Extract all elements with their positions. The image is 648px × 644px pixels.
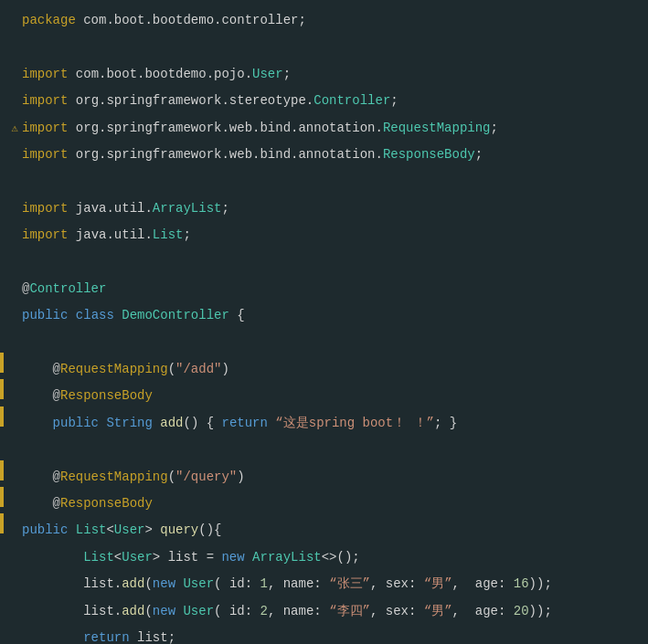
line-content: @ResponseBody <box>22 493 641 513</box>
line-content: @RequestMapping("/add") <box>22 359 641 379</box>
line-bar <box>0 138 4 158</box>
line-content: public List<User> query(){ <box>22 520 641 540</box>
token: RequestMapping <box>60 362 168 376</box>
token <box>114 308 122 322</box>
token: ; <box>221 201 228 216</box>
token <box>22 388 53 403</box>
line-bar <box>0 4 4 24</box>
token: ResponseBody <box>383 147 475 162</box>
line-content: @RequestMapping("/query") <box>22 467 641 487</box>
token <box>22 496 53 511</box>
code-line: @RequestMapping("/query") <box>0 460 648 487</box>
token: new <box>153 604 175 618</box>
token: 2 <box>260 604 268 618</box>
line-content: package com.boot.bootdemo.controller; <box>22 10 641 30</box>
token: @ <box>53 496 60 511</box>
line-content <box>22 333 641 353</box>
code-line: List<User> list = new ArrayList<>(); <box>0 541 648 567</box>
token: < <box>114 550 122 565</box>
line-content: import org.springframework.web.bind.anno… <box>22 144 641 164</box>
code-line: list.add(new User( id: 1, name: “张三”, se… <box>0 567 648 594</box>
code-line <box>0 30 648 57</box>
token: List <box>83 550 114 565</box>
code-line: import com.boot.bootdemo.pojo.User; <box>0 58 648 84</box>
line-bar <box>0 58 4 78</box>
code-line: package com.boot.bootdemo.controller; <box>0 4 648 30</box>
token: > list = <box>153 550 222 565</box>
line-content <box>22 171 641 191</box>
token: Controller <box>29 281 106 296</box>
token: java.util. <box>68 201 152 216</box>
line-bar <box>0 567 4 587</box>
token: ; <box>283 67 291 81</box>
token: 16 <box>514 576 529 591</box>
token: <>(); <box>322 550 360 565</box>
token: ResponseBody <box>60 388 153 403</box>
token: list. <box>22 576 122 591</box>
token: , sex: <box>370 604 424 618</box>
line-content <box>22 252 641 272</box>
token: public <box>22 523 68 537</box>
token: ; <box>491 121 498 135</box>
token: import <box>22 93 68 108</box>
token: ( id: <box>214 576 260 591</box>
token: add <box>122 604 144 618</box>
line-bar <box>0 326 4 346</box>
token: ; <box>475 147 483 162</box>
token: { <box>229 308 245 322</box>
token: class <box>76 308 114 322</box>
token: ; <box>183 227 190 242</box>
token: > <box>144 523 160 537</box>
token <box>22 630 83 644</box>
token: User <box>122 550 153 565</box>
token: import <box>22 147 68 162</box>
token: 1 <box>260 576 268 591</box>
token: List <box>76 523 107 537</box>
token: import <box>22 201 68 216</box>
line-bar <box>0 111 4 132</box>
line-content <box>22 439 641 459</box>
code-line <box>0 433 648 459</box>
token: ) <box>237 470 244 484</box>
token: , name: <box>268 604 329 618</box>
code-line: @RequestMapping("/add") <box>0 353 648 379</box>
token: new <box>153 576 175 591</box>
token: User <box>183 604 214 618</box>
token: < <box>106 523 113 537</box>
line-content: public String add() { return “这是spring b… <box>22 413 641 433</box>
line-bar <box>0 84 4 104</box>
token: list. <box>22 604 122 618</box>
token: () { <box>183 416 221 430</box>
code-line <box>0 326 648 353</box>
line-bar <box>0 164 4 185</box>
line-bar <box>0 218 4 238</box>
code-line: import java.util.ArrayList; <box>0 192 648 218</box>
token: import <box>22 227 68 242</box>
token <box>68 523 75 537</box>
line-content: import org.springframework.stereotype.Co… <box>22 90 641 111</box>
token: ( <box>168 362 175 376</box>
token: User <box>114 523 145 537</box>
code-line: import java.util.List; <box>0 218 648 245</box>
line-bar <box>0 595 4 615</box>
token: String <box>106 416 152 430</box>
code-line <box>0 164 648 191</box>
code-line: @ResponseBody <box>0 379 648 406</box>
token: ) <box>221 362 228 376</box>
line-bar <box>0 353 4 373</box>
code-line: ⚠import org.springframework.web.bind.ann… <box>0 111 648 138</box>
token: @ <box>53 470 60 484</box>
token: 20 <box>514 604 529 618</box>
line-content <box>22 37 641 57</box>
token: com.boot.bootdemo.controller; <box>76 13 306 27</box>
token: DemoController <box>122 308 229 322</box>
token <box>245 550 252 565</box>
line-bar <box>0 621 4 641</box>
token: ArrayList <box>153 201 222 216</box>
line-bar <box>0 433 4 453</box>
token: ; } <box>434 416 457 430</box>
token: ( <box>168 470 175 484</box>
gutter-icon: ⚠ <box>7 121 22 138</box>
token <box>22 362 53 376</box>
token: "/query" <box>175 470 237 484</box>
